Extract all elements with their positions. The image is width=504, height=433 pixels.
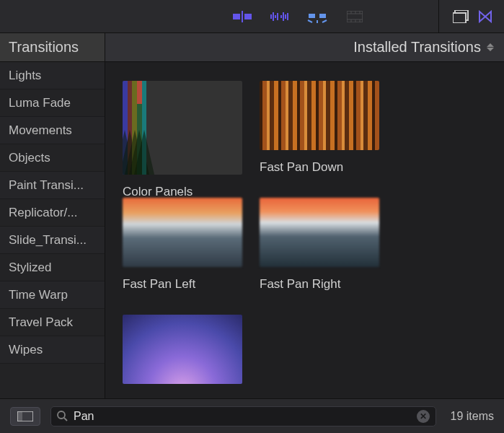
svg-line-13 [308,20,312,22]
transition-item[interactable]: Fast Pan Left [123,198,242,292]
svg-rect-12 [319,14,326,18]
transition-thumbnail [123,198,242,267]
svg-rect-4 [273,12,274,21]
category-sidebar: LightsLuma FadeMovementsObjectsPaint Tra… [0,62,105,398]
transition-label: Fast Pan Left [123,277,242,292]
sidebar-item[interactable]: Lights [0,62,105,89]
sidebar-item[interactable]: Movements [0,117,105,144]
sidebar-item[interactable]: Objects [0,144,105,172]
item-count-label: 19 items [451,410,494,423]
bottom-bar: ✕ 19 items [0,398,504,433]
sidebar-item[interactable]: Time Warp [0,281,105,309]
svg-rect-5 [275,15,276,18]
svg-rect-6 [277,13,278,20]
transition-item[interactable]: Fast Pan Right [260,198,379,292]
transition-item[interactable] [123,315,242,394]
transition-thumbnail [260,81,379,150]
sidebar-item[interactable]: Stylized [0,254,105,281]
transition-item[interactable]: Color Panels [123,81,242,175]
library-dropdown[interactable]: Installed Transitions [105,33,504,61]
transition-label: Fast Pan Right [260,277,379,292]
browser-header: Transitions Installed Transitions [0,33,504,62]
svg-rect-1 [242,11,243,22]
sidebar-item[interactable]: Luma Fade [0,89,105,117]
svg-rect-0 [233,14,240,19]
svg-point-29 [58,411,65,419]
updown-icon [487,43,494,51]
transition-label: Color Panels [123,185,242,199]
svg-rect-26 [453,13,466,23]
transition-item[interactable]: Fast Pan Down [260,81,379,175]
transition-thumbnail [123,315,242,384]
library-dropdown-label: Installed Transitions [353,39,481,56]
svg-rect-8 [283,12,284,21]
svg-line-30 [64,418,67,421]
search-icon [57,411,68,421]
svg-rect-3 [270,14,272,19]
window-icon[interactable] [451,9,471,24]
svg-line-14 [322,20,327,22]
layout-toggle-button[interactable] [10,407,40,426]
transition-icon[interactable] [307,9,327,24]
sidebar-item[interactable]: Paint Transi... [0,172,105,199]
search-input[interactable] [74,410,411,423]
top-toolbar [0,0,504,33]
panel-title: Transitions [0,33,105,61]
svg-rect-9 [285,14,286,19]
svg-rect-2 [244,14,252,19]
sidebar-item[interactable]: Wipes [0,336,105,364]
sidebar-item[interactable]: Replicator/... [0,199,105,227]
transition-grid: Color PanelsFast Pan DownFast Pan LeftFa… [105,62,504,398]
align-icon[interactable] [232,9,252,24]
search-field[interactable]: ✕ [50,406,436,427]
waveform-icon[interactable] [270,9,290,24]
svg-rect-11 [309,14,315,18]
toolbar-divider [438,0,439,33]
filmstrip-icon[interactable] [345,9,365,24]
transition-label: Fast Pan Down [260,160,379,175]
svg-rect-16 [347,11,363,22]
sidebar-item[interactable]: Slide_Transi... [0,227,105,254]
sidebar-item[interactable]: Travel Pack [0,309,105,336]
transition-thumbnail [260,198,379,267]
svg-rect-10 [287,13,288,20]
svg-rect-7 [280,15,282,18]
svg-rect-28 [17,411,22,421]
transition-thumbnail [123,81,242,175]
main-area: LightsLuma FadeMovementsObjectsPaint Tra… [0,62,504,398]
clear-search-button[interactable]: ✕ [417,410,430,423]
butterfly-icon[interactable] [475,9,495,24]
